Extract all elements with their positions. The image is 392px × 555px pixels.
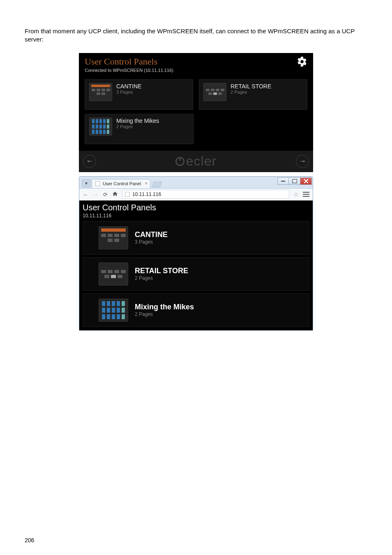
fig1-subtitle: Connected to WPmSCREEN (10.11.11.116) [85, 68, 173, 73]
arrow-left-icon: ← [86, 157, 93, 166]
panel-name: Mixing the Mikes [135, 303, 194, 311]
tab-label: User Control Panel [103, 181, 141, 186]
panel-pages: 2 Pages [135, 275, 188, 281]
close-tab-icon[interactable]: × [145, 181, 148, 186]
panel-name: CANTINE [116, 83, 141, 90]
panel-name: RETAIL STORE [135, 267, 188, 275]
page-icon [125, 192, 130, 197]
panel-pages: 3 Pages [116, 90, 141, 94]
fig1-panel-mixing[interactable]: Mixing the Mikes 2 Pages [85, 114, 194, 144]
nav-forward-button[interactable]: → [92, 191, 98, 198]
empty-slot [199, 114, 307, 144]
panel-name: CANTINE [135, 230, 168, 239]
panel-pages: 2 Pages [135, 311, 194, 317]
window-minimize-button[interactable] [277, 177, 289, 185]
fig1-panel-retail[interactable]: RETAIL STORE 2 Pages [199, 79, 307, 110]
nav-next-button[interactable]: → [296, 155, 309, 168]
power-icon [175, 157, 184, 166]
fig2-browser-window: ▾ User Control Panel × ← → ⟳ [79, 176, 313, 331]
new-tab-button[interactable] [152, 182, 162, 187]
fig1-panel-cantine[interactable]: CANTINE 3 Pages [85, 79, 193, 110]
menu-button[interactable] [303, 192, 309, 197]
fig1-ucp-touch-panel: User Control Panels Connected to WPmSCRE… [79, 53, 313, 172]
list-item-mixing[interactable]: Mixing the Mikes 2 Pages [83, 293, 309, 327]
browser-tab[interactable]: User Control Panel × [92, 179, 150, 188]
bookmark-star-icon[interactable]: ☆ [293, 191, 299, 198]
panel-name: RETAIL STORE [231, 83, 271, 90]
thumbnail-icon [203, 83, 226, 101]
panel-name: Mixing the Mikes [116, 117, 159, 124]
gear-icon[interactable] [297, 56, 307, 69]
page-icon [95, 181, 100, 186]
address-bar[interactable]: 10.11.11.116 [122, 190, 289, 199]
intro-paragraph: From that moment any UCP client, includi… [25, 27, 367, 44]
list-item-cantine[interactable]: CANTINE 3 Pages [83, 221, 309, 255]
page-title: User Control Panels [83, 203, 309, 212]
nav-prev-button[interactable]: ← [83, 155, 96, 168]
thumbnail-icon [99, 226, 128, 249]
thumbnail-icon [99, 299, 128, 322]
address-text: 10.11.11.116 [132, 191, 161, 197]
panel-pages: 2 Pages [116, 124, 159, 129]
window-maximize-button[interactable] [289, 177, 300, 185]
panel-pages: 3 Pages [135, 239, 168, 245]
chevron-down-icon: ▾ [85, 180, 88, 186]
tab-dropdown-button[interactable]: ▾ [82, 179, 91, 187]
brand-logo: ecler [175, 154, 217, 169]
page-number: 206 [25, 537, 34, 543]
thumbnail-icon [89, 83, 112, 101]
nav-reload-button[interactable]: ⟳ [102, 191, 108, 198]
thumbnail-icon [99, 263, 128, 286]
arrow-right-icon: → [299, 157, 306, 166]
list-item-retail[interactable]: RETAIL STORE 2 Pages [83, 257, 309, 291]
nav-home-button[interactable] [112, 191, 118, 198]
panel-pages: 2 Pages [231, 90, 271, 94]
window-close-button[interactable] [300, 177, 312, 185]
fig1-title: User Control Panels [85, 56, 173, 67]
nav-back-button[interactable]: ← [83, 191, 88, 198]
thumbnail-icon [89, 117, 112, 136]
page-subtitle: 10.11.11.116 [83, 213, 309, 219]
